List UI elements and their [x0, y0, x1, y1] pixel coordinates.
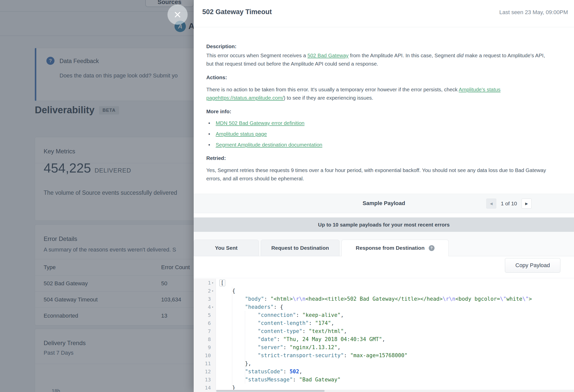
code-row: 9▾ "server": "nginx/1.13.12", — [194, 343, 574, 351]
line-number: 12▾ — [194, 368, 216, 376]
fold-caret-icon[interactable]: ▾ — [211, 305, 214, 309]
code-line: "statusMessage": "Bad Gateway" — [216, 376, 340, 384]
code-row: 5▾ "connection": "keep-alive", — [194, 311, 574, 319]
payload-content: Copy Payload 1▾[2▾ {3▾ "body": "<html>\r… — [194, 256, 574, 392]
code-line: "connection": "keep-alive", — [216, 311, 344, 319]
code-line: { — [216, 287, 235, 295]
payload-code-viewer: 1▾[2▾ {3▾ "body": "<html>\r\n<head><titl… — [194, 279, 574, 392]
close-button[interactable] — [167, 5, 188, 25]
tab-label: Request to Destination — [271, 245, 329, 251]
panel-header: 502 Gateway Timeout Last seen 23 May, 09… — [194, 0, 574, 27]
description-paragraph: This error occurs when Segment receives … — [206, 51, 553, 68]
line-number: 5▾ — [194, 311, 216, 319]
code-line: "statusCode": 502, — [216, 368, 302, 376]
line-number: 7▾ — [194, 327, 216, 335]
more-info-item: Segment Amplitude destination documentat… — [208, 139, 559, 150]
code-row: 11▾ }, — [194, 359, 574, 368]
description-heading: Description: — [206, 43, 559, 49]
fold-caret-icon[interactable]: ▾ — [211, 289, 214, 293]
tab-label: Response from Destination — [356, 245, 424, 251]
payload-tabs: You SentRequest to DestinationResponse f… — [194, 240, 451, 256]
line-number: 11▾ — [194, 359, 216, 368]
code-line: "content-length": "174", — [216, 319, 334, 327]
payload-pager: ◀ 1 of 10 ▶ — [486, 199, 532, 209]
more-info-link[interactable]: MDN 502 Bad Gateway error definition — [216, 120, 304, 126]
code-row: 7▾ "content-type": "text/html", — [194, 327, 574, 335]
tab-request-to-destination[interactable]: Request to Destination — [261, 240, 339, 256]
sample-payload-bar: Sample Payload ◀ 1 of 10 ▶ — [194, 194, 574, 213]
code-row: 8▾ "date": "Thu, 24 May 2018 04:40:34 GM… — [194, 335, 574, 343]
more-info-item: Amplitude status page — [208, 128, 559, 139]
code-row: 13▾ "statusMessage": "Bad Gateway" — [194, 376, 574, 384]
line-number: 9▾ — [194, 343, 216, 351]
code-line: "date": "Thu, 24 May 2018 04:40:34 GMT", — [216, 335, 385, 343]
emphasis-did: did — [457, 52, 464, 58]
retried-paragraph: Yes, Segment retries these requests 9 ti… — [206, 166, 553, 183]
line-number: 6▾ — [194, 319, 216, 327]
chevron-right-icon: ▶ — [525, 202, 528, 206]
copy-payload-button[interactable]: Copy Payload — [505, 258, 560, 273]
code-row: 6▾ "content-length": "174", — [194, 319, 574, 327]
code-row: 12▾ "statusCode": 502, — [194, 368, 574, 376]
more-info-list: MDN 502 Bad Gateway error definitionAmpl… — [208, 118, 559, 150]
bracket-highlight: [ — [219, 279, 225, 286]
line-number: 14▾ — [194, 384, 216, 392]
panel-title: 502 Gateway Timeout — [202, 8, 272, 16]
last-seen-timestamp: Last seen 23 May, 09:00PM — [499, 9, 568, 16]
error-detail-panel: 502 Gateway Timeout Last seen 23 May, 09… — [194, 0, 574, 392]
chevron-left-icon: ◀ — [490, 202, 493, 206]
sample-payload-banner: Up to 10 sample payloads for your most r… — [194, 217, 574, 232]
retried-heading: Retried: — [206, 155, 559, 161]
previous-payload-button[interactable]: ◀ — [486, 199, 496, 209]
tab-response-from-destination[interactable]: Response from Destination? — [341, 240, 449, 256]
tab-you-sent[interactable]: You Sent — [194, 240, 259, 256]
fold-caret-icon[interactable]: ▾ — [211, 281, 214, 285]
code-lines: 1▾[2▾ {3▾ "body": "<html>\r\n<head><titl… — [194, 279, 574, 392]
code-line: "content-type": "text/html", — [216, 327, 347, 335]
payload-tabs-zone: You SentRequest to DestinationResponse f… — [194, 232, 574, 256]
more-info-link[interactable]: Segment Amplitude destination documentat… — [216, 142, 322, 148]
next-payload-button[interactable]: ▶ — [522, 199, 532, 209]
code-line: "server": "nginx/1.13.12", — [216, 343, 340, 351]
payload-page-indicator: 1 of 10 — [501, 201, 517, 207]
line-number: 1▾ — [194, 279, 216, 287]
horizontal-scrollbar — [216, 390, 574, 392]
code-row: 3▾ "body": "<html>\r\n<head><title>502 B… — [194, 295, 574, 303]
code-row: 2▾ { — [194, 287, 574, 295]
actions-paragraph: There is no action to be taken from this… — [206, 85, 553, 102]
more-info-link[interactable]: Amplitude status page — [216, 131, 267, 137]
code-line: }, — [216, 359, 251, 368]
line-number: 8▾ — [194, 335, 216, 343]
actions-heading: Actions: — [206, 74, 559, 80]
line-number: 4▾ — [194, 303, 216, 311]
code-line: [ — [216, 279, 225, 287]
code-line: "headers": { — [216, 303, 283, 311]
modal-dim-overlay — [0, 0, 194, 392]
line-number: 13▾ — [194, 376, 216, 384]
code-row: 1▾[ — [194, 279, 574, 287]
more-info-heading: More info: — [206, 108, 559, 115]
help-icon[interactable]: ? — [429, 245, 435, 251]
code-line: "body": "<html>\r\n<head><title>502 Bad … — [216, 295, 532, 303]
code-line: "strict-transport-security": "max-age=15… — [216, 351, 408, 359]
code-row: 4▾ "headers": { — [194, 303, 574, 311]
line-number: 2▾ — [194, 287, 216, 295]
more-info-item: MDN 502 Bad Gateway error definition — [208, 118, 559, 128]
code-row: 10▾ "strict-transport-security": "max-ag… — [194, 351, 574, 359]
bad-gateway-link[interactable]: 502 Bad Gateway — [307, 52, 349, 58]
close-icon — [173, 10, 182, 19]
scrollbar-thumb[interactable] — [216, 390, 325, 392]
error-description-section: Description: This error occurs when Segm… — [194, 27, 574, 194]
line-number: 3▾ — [194, 295, 216, 303]
tab-label: You Sent — [215, 245, 237, 251]
line-number: 10▾ — [194, 351, 216, 359]
